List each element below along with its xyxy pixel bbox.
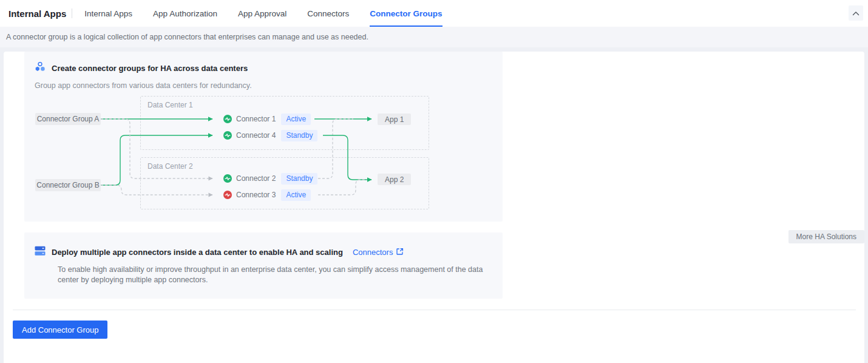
connector-name: Connector 1 xyxy=(236,115,276,123)
status-badge: Active xyxy=(281,189,311,201)
title-divider xyxy=(72,8,72,18)
connector-row: Connector 3 Active xyxy=(223,189,311,201)
connector-group-a-box: Connector Group A xyxy=(35,113,101,125)
page-title: Internal Apps xyxy=(8,8,66,19)
scaling-section-wrap: More HA Solutions Deploy multiple app co… xyxy=(4,232,864,299)
tab-connector-groups[interactable]: Connector Groups xyxy=(370,0,442,27)
connector-group-b-box: Connector Group B xyxy=(35,179,101,191)
status-badge: Standby xyxy=(281,130,317,141)
chevron-up-icon xyxy=(852,8,860,18)
scaling-panel: Deploy multiple app connectors inside a … xyxy=(24,232,503,299)
connector-healthy-icon xyxy=(223,131,232,140)
connector-name: Connector 2 xyxy=(236,174,276,183)
content-card: Create connector groups for HA across da… xyxy=(4,52,864,363)
scaling-panel-title: Deploy multiple app connectors inside a … xyxy=(52,248,343,257)
scaling-panel-body: To enable high availability or improve t… xyxy=(58,265,490,285)
add-connector-group-button[interactable]: Add Connector Group xyxy=(13,321,107,339)
ha-diagram: Data Center 1 Data Center 2 xyxy=(24,52,503,222)
status-badge: Standby xyxy=(281,173,317,185)
tab-internal-apps[interactable]: Internal Apps xyxy=(84,0,132,27)
app-1-box: App 1 xyxy=(378,114,411,125)
server-stack-icon xyxy=(35,246,46,259)
connector-healthy-icon xyxy=(223,115,232,123)
tab-connectors[interactable]: Connectors xyxy=(307,0,349,27)
app-2-box: App 2 xyxy=(378,174,411,185)
more-ha-solutions-button[interactable]: More HA Solutions xyxy=(788,230,864,243)
tab-bar: Internal Apps App Authorization App Appr… xyxy=(84,0,442,27)
top-bar: Internal Apps Internal Apps App Authoriz… xyxy=(0,0,868,27)
connectors-link[interactable]: Connectors xyxy=(353,248,404,257)
tab-app-authorization[interactable]: App Authorization xyxy=(153,0,217,27)
connector-name: Connector 3 xyxy=(236,191,276,199)
connector-row: Connector 1 Active xyxy=(223,113,311,125)
collapse-button[interactable] xyxy=(849,5,863,21)
connector-healthy-icon xyxy=(223,174,232,183)
external-link-icon xyxy=(396,248,404,257)
connector-row: Connector 2 Standby xyxy=(223,172,317,185)
connector-name: Connector 4 xyxy=(236,131,276,140)
ha-diagram-panel: Create connector groups for HA across da… xyxy=(24,52,503,222)
connector-row: Connector 4 Standby xyxy=(223,129,317,141)
tab-app-approval[interactable]: App Approval xyxy=(238,0,287,27)
page-description: A connector group is a logical collectio… xyxy=(0,27,868,47)
status-badge: Active xyxy=(281,114,311,125)
footer-divider xyxy=(13,310,856,310)
connector-unhealthy-icon xyxy=(223,191,232,199)
